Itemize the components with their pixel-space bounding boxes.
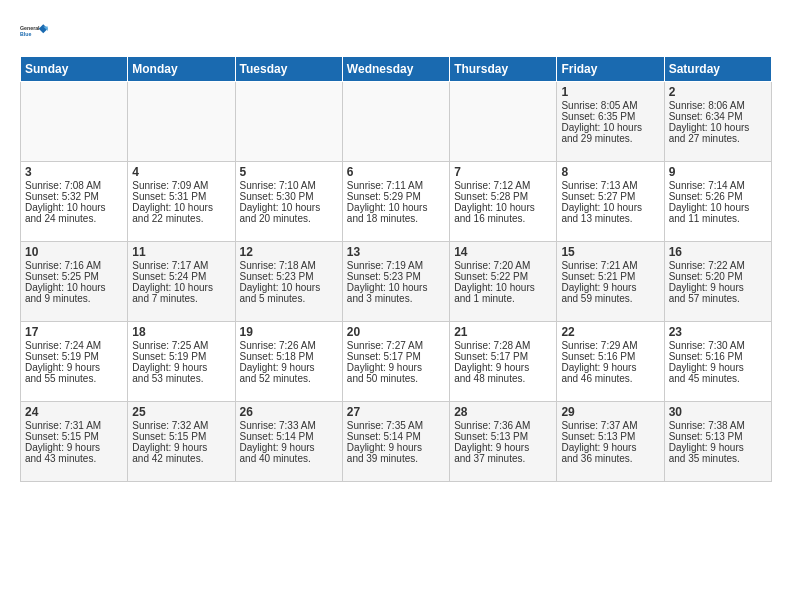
day-info-line: Daylight: 10 hours [240,282,338,293]
day-info-line: Sunset: 5:22 PM [454,271,552,282]
day-info-line: and 39 minutes. [347,453,445,464]
logo-icon: GeneralBlue [20,16,50,46]
day-info-line: Sunset: 5:15 PM [132,431,230,442]
day-info-line: Sunset: 5:15 PM [25,431,123,442]
weekday-header-thursday: Thursday [450,57,557,82]
calendar-cell: 8Sunrise: 7:13 AMSunset: 5:27 PMDaylight… [557,162,664,242]
day-number: 6 [347,165,445,179]
day-info-line: Sunset: 5:32 PM [25,191,123,202]
calendar-cell: 10Sunrise: 7:16 AMSunset: 5:25 PMDayligh… [21,242,128,322]
day-info-line: and 7 minutes. [132,293,230,304]
day-info-line: Daylight: 10 hours [240,202,338,213]
day-info-line: Sunrise: 7:35 AM [347,420,445,431]
day-info-line: and 22 minutes. [132,213,230,224]
day-number: 17 [25,325,123,339]
calendar-cell: 9Sunrise: 7:14 AMSunset: 5:26 PMDaylight… [664,162,771,242]
day-number: 28 [454,405,552,419]
calendar-cell: 25Sunrise: 7:32 AMSunset: 5:15 PMDayligh… [128,402,235,482]
day-info-line: and 42 minutes. [132,453,230,464]
day-info-line: Sunset: 5:24 PM [132,271,230,282]
day-info-line: Sunset: 5:13 PM [561,431,659,442]
day-info-line: and 5 minutes. [240,293,338,304]
day-info-line: Daylight: 10 hours [347,282,445,293]
day-info-line: Sunset: 6:34 PM [669,111,767,122]
day-number: 12 [240,245,338,259]
day-info-line: and 57 minutes. [669,293,767,304]
day-info-line: Daylight: 9 hours [561,282,659,293]
day-info-line: Sunset: 5:17 PM [347,351,445,362]
calendar-cell: 27Sunrise: 7:35 AMSunset: 5:14 PMDayligh… [342,402,449,482]
day-number: 2 [669,85,767,99]
day-info-line: Daylight: 10 hours [561,122,659,133]
weekday-header-saturday: Saturday [664,57,771,82]
day-number: 23 [669,325,767,339]
day-info-line: Daylight: 10 hours [669,122,767,133]
day-info-line: Sunrise: 7:20 AM [454,260,552,271]
day-info-line: Sunrise: 7:27 AM [347,340,445,351]
calendar-cell: 24Sunrise: 7:31 AMSunset: 5:15 PMDayligh… [21,402,128,482]
day-info-line: Sunset: 5:29 PM [347,191,445,202]
calendar-cell [450,82,557,162]
day-info-line: and 59 minutes. [561,293,659,304]
day-info-line: and 37 minutes. [454,453,552,464]
day-info-line: and 27 minutes. [669,133,767,144]
day-number: 5 [240,165,338,179]
day-number: 29 [561,405,659,419]
day-info-line: Daylight: 9 hours [132,362,230,373]
day-info-line: and 36 minutes. [561,453,659,464]
weekday-header-wednesday: Wednesday [342,57,449,82]
day-info-line: Sunrise: 7:38 AM [669,420,767,431]
day-number: 18 [132,325,230,339]
svg-text:Blue: Blue [20,31,31,37]
day-info-line: Sunrise: 8:05 AM [561,100,659,111]
day-info-line: Daylight: 10 hours [132,202,230,213]
day-info-line: Sunset: 5:19 PM [25,351,123,362]
calendar-cell: 2Sunrise: 8:06 AMSunset: 6:34 PMDaylight… [664,82,771,162]
day-info-line: and 29 minutes. [561,133,659,144]
day-info-line: Sunset: 5:30 PM [240,191,338,202]
day-info-line: and 11 minutes. [669,213,767,224]
day-info-line: Daylight: 10 hours [132,282,230,293]
day-info-line: Daylight: 9 hours [347,362,445,373]
day-info-line: Sunset: 5:31 PM [132,191,230,202]
day-info-line: Sunrise: 7:29 AM [561,340,659,351]
day-info-line: Sunset: 5:18 PM [240,351,338,362]
day-info-line: Daylight: 10 hours [669,202,767,213]
day-info-line: Sunset: 5:13 PM [669,431,767,442]
day-info-line: Sunrise: 7:37 AM [561,420,659,431]
day-info-line: Sunrise: 7:13 AM [561,180,659,191]
week-row-0: 1Sunrise: 8:05 AMSunset: 6:35 PMDaylight… [21,82,772,162]
calendar-cell: 13Sunrise: 7:19 AMSunset: 5:23 PMDayligh… [342,242,449,322]
day-number: 15 [561,245,659,259]
calendar: SundayMondayTuesdayWednesdayThursdayFrid… [20,56,772,482]
day-number: 13 [347,245,445,259]
day-info-line: and 40 minutes. [240,453,338,464]
day-info-line: and 1 minute. [454,293,552,304]
day-info-line: Daylight: 10 hours [347,202,445,213]
day-info-line: and 46 minutes. [561,373,659,384]
day-info-line: and 13 minutes. [561,213,659,224]
calendar-cell [128,82,235,162]
week-row-1: 3Sunrise: 7:08 AMSunset: 5:32 PMDaylight… [21,162,772,242]
day-info-line: Daylight: 9 hours [240,442,338,453]
day-number: 1 [561,85,659,99]
day-info-line: Daylight: 9 hours [454,362,552,373]
day-info-line: and 20 minutes. [240,213,338,224]
day-info-line: Sunrise: 7:08 AM [25,180,123,191]
header: GeneralBlue [20,16,772,46]
week-row-3: 17Sunrise: 7:24 AMSunset: 5:19 PMDayligh… [21,322,772,402]
day-number: 24 [25,405,123,419]
calendar-cell: 30Sunrise: 7:38 AMSunset: 5:13 PMDayligh… [664,402,771,482]
svg-text:General: General [20,25,40,31]
day-info-line: and 18 minutes. [347,213,445,224]
day-info-line: Sunset: 5:25 PM [25,271,123,282]
day-number: 3 [25,165,123,179]
weekday-header-tuesday: Tuesday [235,57,342,82]
day-info-line: Sunset: 5:16 PM [561,351,659,362]
page: GeneralBlue SundayMondayTuesdayWednesday… [0,0,792,492]
calendar-cell: 18Sunrise: 7:25 AMSunset: 5:19 PMDayligh… [128,322,235,402]
day-info-line: and 50 minutes. [347,373,445,384]
week-row-4: 24Sunrise: 7:31 AMSunset: 5:15 PMDayligh… [21,402,772,482]
day-number: 10 [25,245,123,259]
day-info-line: Daylight: 9 hours [454,442,552,453]
